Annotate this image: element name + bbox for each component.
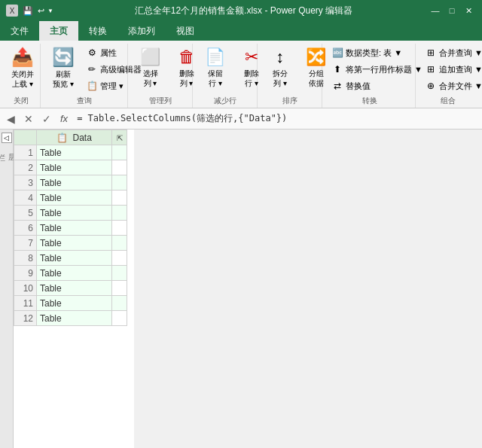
data-type-label: 数据类型: 表 ▼ <box>346 47 402 59</box>
row-number: 6 <box>14 221 37 236</box>
table-row[interactable]: 7Table <box>14 236 127 251</box>
cell-value[interactable]: Table <box>37 266 112 281</box>
tab-bar: 文件 主页 转换 添加列 视图 <box>0 21 482 41</box>
main-content: ◁ 层栏 📋 Data ⇱ 1Table2Table3Table4Table5T… <box>0 130 482 448</box>
cell-expand[interactable] <box>112 311 127 326</box>
window-controls: — □ ✕ <box>428 3 476 18</box>
select-columns-icon: ⬜ <box>140 47 160 67</box>
keep-rows-button[interactable]: 📄 保留行 ▾ <box>199 45 232 90</box>
cell-expand[interactable] <box>112 190 127 206</box>
formula-input[interactable]: = Table.SelectColumns(筛选的行,{"Data"}) <box>74 112 479 125</box>
append-queries-button[interactable]: ⊞ 追加查询 ▼ <box>422 62 482 77</box>
cell-value[interactable]: Table <box>37 206 112 221</box>
cell-value[interactable]: Table <box>37 221 112 236</box>
cell-value[interactable]: Table <box>37 190 112 206</box>
table-row[interactable]: 5Table <box>14 206 127 221</box>
close-load-button[interactable]: 📤 关闭并上载 ▾ <box>6 45 39 90</box>
table-row[interactable]: 12Table <box>14 311 127 326</box>
row-number: 9 <box>14 266 37 281</box>
replace-values-label: 替换值 <box>346 81 371 92</box>
cell-value[interactable]: Table <box>37 236 112 251</box>
cell-value[interactable]: Table <box>37 145 112 160</box>
select-columns-label: 选择列 ▾ <box>143 69 158 88</box>
table-area[interactable]: 📋 Data ⇱ 1Table2Table3Table4Table5Table6… <box>14 130 134 448</box>
formula-confirm-button[interactable]: ✓ <box>39 111 54 126</box>
dropdown-arrow[interactable]: ▼ <box>47 8 53 14</box>
table-row[interactable]: 10Table <box>14 281 127 296</box>
close-group-label: 关闭 <box>6 94 35 106</box>
cell-value[interactable]: Table <box>37 296 112 311</box>
cell-value[interactable]: Table <box>37 175 112 190</box>
formula-bar: ◀ ✕ ✓ fx = Table.SelectColumns(筛选的行,{"Da… <box>0 108 482 130</box>
merge-files-button[interactable]: ⊕ 合并文件 ▼ <box>422 78 482 93</box>
ribbon-group-reduce-rows-content: 📄 保留行 ▾ ✂ 删除行 ▾ <box>199 45 252 94</box>
data-type-button[interactable]: 🔤 数据类型: 表 ▼ <box>328 45 426 60</box>
properties-label: 属性 <box>100 47 117 59</box>
tab-transform[interactable]: 转换 <box>78 21 117 41</box>
data-type-icon: 🔤 <box>331 47 343 59</box>
tab-add-column[interactable]: 添加列 <box>117 21 166 41</box>
tab-file[interactable]: 文件 <box>0 21 39 41</box>
tab-view[interactable]: 视图 <box>166 21 205 41</box>
right-area <box>134 130 482 448</box>
col-data-header[interactable]: 📋 Data <box>37 130 112 145</box>
expand-button[interactable]: ◁ <box>2 133 12 143</box>
table-row[interactable]: 8Table <box>14 251 127 266</box>
cell-expand[interactable] <box>112 296 127 311</box>
select-columns-button[interactable]: ⬜ 选择列 ▾ <box>134 45 167 90</box>
manage-cols-group-label: 管理列 <box>134 94 188 106</box>
cell-expand[interactable] <box>112 221 127 236</box>
col-expand-header[interactable]: ⇱ <box>112 130 127 145</box>
cell-expand[interactable] <box>112 251 127 266</box>
manage-icon: 📋 <box>86 80 98 92</box>
expand-icon: ⇱ <box>117 134 123 142</box>
cell-expand[interactable] <box>112 175 127 190</box>
cell-expand[interactable] <box>112 206 127 221</box>
cell-value[interactable]: Table <box>37 160 112 175</box>
keep-rows-icon: 📄 <box>205 47 225 67</box>
col-data-label: Data <box>72 133 91 143</box>
maximize-button[interactable]: □ <box>444 3 459 18</box>
merge-files-icon: ⊕ <box>425 80 437 92</box>
remove-rows-icon: ✂ <box>245 47 258 67</box>
cell-value[interactable]: Table <box>37 311 112 326</box>
row-number: 5 <box>14 206 37 221</box>
use-first-row-button[interactable]: ⬆ 将第一行用作标题 ▼ <box>328 62 426 77</box>
cell-value[interactable]: Table <box>37 281 112 296</box>
quick-access-undo[interactable]: ↩ <box>38 6 44 16</box>
append-queries-icon: ⊞ <box>425 63 437 75</box>
table-row[interactable]: 2Table <box>14 160 127 175</box>
table-row[interactable]: 6Table <box>14 221 127 236</box>
cell-value[interactable]: Table <box>37 251 112 266</box>
table-row[interactable]: 3Table <box>14 175 127 190</box>
transform-small-group: 🔤 数据类型: 表 ▼ ⬆ 将第一行用作标题 ▼ ⇄ 替换值 <box>328 45 426 93</box>
cell-expand[interactable] <box>112 236 127 251</box>
quick-access-save[interactable]: 💾 <box>23 6 33 16</box>
formula-back-button[interactable]: ◀ <box>3 111 18 126</box>
row-number: 11 <box>14 296 37 311</box>
merge-queries-label: 合并查询 ▼ <box>439 47 482 59</box>
cell-expand[interactable] <box>112 266 127 281</box>
table-row[interactable]: 4Table <box>14 190 127 206</box>
replace-values-button[interactable]: ⇄ 替换值 <box>328 78 426 93</box>
refresh-preview-button[interactable]: 🔄 刷新预览 ▾ <box>47 45 80 90</box>
close-button[interactable]: ✕ <box>461 3 476 18</box>
group-by-label: 分组依据 <box>309 69 324 88</box>
cell-expand[interactable] <box>112 281 127 296</box>
append-queries-label: 追加查询 ▼ <box>439 64 482 75</box>
manage-label: 管理 ▾ <box>100 81 124 92</box>
table-row[interactable]: 1Table <box>14 145 127 160</box>
table-row[interactable]: 11Table <box>14 296 127 311</box>
tab-home[interactable]: 主页 <box>39 21 78 41</box>
cell-expand[interactable] <box>112 160 127 175</box>
split-column-button[interactable]: ↕ 拆分列 ▾ <box>264 45 297 90</box>
cell-expand[interactable] <box>112 145 127 160</box>
formula-cancel-button[interactable]: ✕ <box>21 111 36 126</box>
formula-fx-label: fx <box>57 113 71 124</box>
minimize-button[interactable]: — <box>428 3 443 18</box>
table-row[interactable]: 9Table <box>14 266 127 281</box>
ribbon-group-query: 🔄 刷新预览 ▾ ⚙ 属性 ✏ 高级编辑器 📋 管理 ▾ 查询 <box>44 44 128 108</box>
merge-queries-button[interactable]: ⊞ 合并查询 ▼ <box>422 45 482 60</box>
remove-columns-icon: 🗑 <box>178 47 195 67</box>
query-group-label: 查询 <box>47 94 123 106</box>
